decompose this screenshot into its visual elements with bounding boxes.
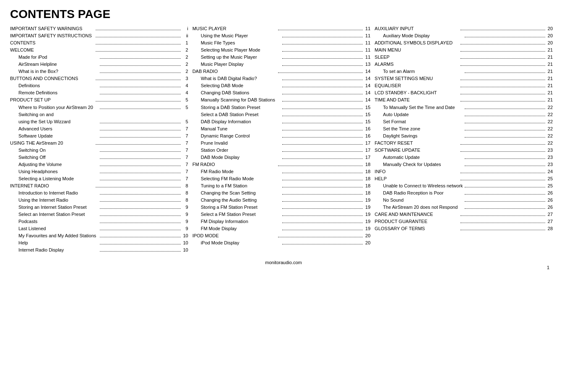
toc-entry: Where to Position your AirStream 205 xyxy=(10,104,188,111)
toc-entry: Unable to Connect to Wireless network25 xyxy=(375,182,553,190)
toc-page-num: 14 xyxy=(364,96,370,104)
toc-entry: INTERNET RADIO8 xyxy=(10,182,188,190)
toc-label: Adjusting the Volume xyxy=(10,161,99,168)
toc-label: Set Format xyxy=(375,118,463,125)
toc-entry: WELCOME2 xyxy=(10,47,188,54)
toc-page-num: 9 xyxy=(182,204,188,211)
page-title: CONTENTS PAGE xyxy=(10,8,557,21)
toc-entry: PRODUCT SET UP5 xyxy=(10,96,188,104)
toc-dots xyxy=(460,151,545,152)
toc-dots xyxy=(465,137,545,138)
toc-page-num: 15 xyxy=(364,118,370,125)
toc-page-num: 17 xyxy=(364,147,370,154)
toc-page-num: 17 xyxy=(364,154,370,161)
toc-dots xyxy=(100,215,180,216)
toc-entry: Setting up the Music Player11 xyxy=(192,54,371,61)
toc-page-num: 2 xyxy=(182,54,188,61)
toc-label: To Manually Set the Time and Date xyxy=(375,104,463,111)
toc-dots xyxy=(282,101,363,101)
toc-label: Auxiliary Mode Display xyxy=(375,32,463,39)
toc-page-num: 2 xyxy=(182,61,188,68)
toc-label: Podcasts xyxy=(10,218,99,225)
toc-entry: Using the Internet Radio8 xyxy=(10,197,188,204)
toc-entry: GLOSSARY OF TERMS28 xyxy=(375,225,553,232)
toc-page-num: 18 xyxy=(364,168,370,175)
toc-dots xyxy=(282,151,363,152)
toc-label: Made for iPod xyxy=(10,54,99,61)
toc-entry: DAB RADIO14 xyxy=(192,68,371,75)
toc-page-num: 26 xyxy=(546,197,553,204)
toc-page-num: 19 xyxy=(364,218,370,225)
toc-dots xyxy=(460,173,545,173)
toc-dots xyxy=(282,109,363,109)
toc-dots xyxy=(100,58,180,59)
toc-label: ALARMS xyxy=(375,61,459,68)
toc-page-num: 20 xyxy=(546,25,553,32)
toc-dots xyxy=(96,80,180,80)
toc-dots xyxy=(282,208,363,209)
toc-label: Switching On xyxy=(10,147,99,154)
toc-entry: TIME AND DATE21 xyxy=(375,96,553,104)
toc-label: GLOSSARY OF TERMS xyxy=(375,225,459,232)
toc-label: Remote Definitions xyxy=(10,89,99,96)
toc-entry: Station Order17 xyxy=(192,147,371,154)
toc-dots xyxy=(100,208,180,209)
toc-page-num: 5 xyxy=(182,118,188,125)
toc-dots xyxy=(96,37,180,37)
toc-label: Daylight Savings xyxy=(375,132,463,140)
toc-label: Advanced Users xyxy=(10,125,99,132)
toc-dots xyxy=(100,94,180,94)
toc-dots xyxy=(96,51,180,52)
toc-label: WELCOME xyxy=(10,47,95,54)
toc-label: INFO xyxy=(375,168,459,175)
toc-label: Storing a FM Station Preset xyxy=(192,204,281,211)
toc-entry: Storing an Internet Station Preset9 xyxy=(10,204,188,211)
toc-page-num: 7 xyxy=(182,125,188,132)
toc-entry: ADDITIONAL SYMBOLS DISPLAYED20 xyxy=(375,39,553,47)
toc-page-num: 10 xyxy=(182,232,188,239)
toc-col3: AUXILIARY INPUT20Auxiliary Mode Display2… xyxy=(375,25,557,254)
toc-label: Help xyxy=(10,239,99,247)
toc-label: INTERNET RADIO xyxy=(10,182,95,190)
toc-dots xyxy=(282,187,363,187)
toc-dots xyxy=(282,123,363,123)
toc-entry: AirStream Helpline2 xyxy=(10,61,188,68)
toc-entry: Switching On7 xyxy=(10,147,188,154)
toc-label: IMPORTANT SAFETY WARNINGS xyxy=(10,25,95,32)
toc-label: Internet Radio Display xyxy=(10,247,99,254)
toc-page-num: 7 xyxy=(182,147,188,154)
toc-dots xyxy=(100,244,180,244)
toc-page-num: 7 xyxy=(182,140,188,147)
toc-entry: Automatic Update23 xyxy=(375,154,553,161)
toc-dots xyxy=(465,208,545,209)
toc-page-num: 23 xyxy=(546,154,553,161)
toc-label: Music Player Display xyxy=(192,61,281,68)
toc-entry: Set Format22 xyxy=(375,118,553,125)
toc-dots xyxy=(278,166,363,166)
toc-dots xyxy=(96,144,180,145)
toc-entry: Storing a DAB Station Preset15 xyxy=(192,104,371,111)
toc-page-num: 18 xyxy=(364,182,370,190)
toc-entry: Changing the Scan Setting18 xyxy=(192,190,371,197)
toc-label: The AirStream 20 does not Respond xyxy=(375,204,463,211)
toc-page-num: 27 xyxy=(546,211,553,218)
toc-entry: Storing a FM Station Preset19 xyxy=(192,204,371,211)
toc-dots xyxy=(100,223,180,223)
toc-dots xyxy=(282,201,363,202)
toc-entry: iPod Mode Display20 xyxy=(192,239,371,247)
toc-label: Select a DAB Station Preset xyxy=(192,111,281,118)
toc-dots xyxy=(100,123,180,123)
toc-entry: DAB Display Information15 xyxy=(192,118,371,125)
toc-dots xyxy=(460,87,545,87)
toc-dots xyxy=(282,230,363,230)
toc-label: PRODUCT SET UP xyxy=(10,96,95,104)
toc-entry: Dynamic Range Control16 xyxy=(192,132,371,140)
toc-page-num: 21 xyxy=(546,68,553,75)
toc-label: Using Headphones xyxy=(10,168,99,175)
toc-dots xyxy=(100,194,180,195)
toc-label: Setting up the Music Player xyxy=(192,54,281,61)
footer: monitoraudio.com xyxy=(10,260,557,270)
toc-dots xyxy=(465,158,545,159)
toc-dots xyxy=(282,215,363,216)
toc-dots xyxy=(465,116,545,116)
